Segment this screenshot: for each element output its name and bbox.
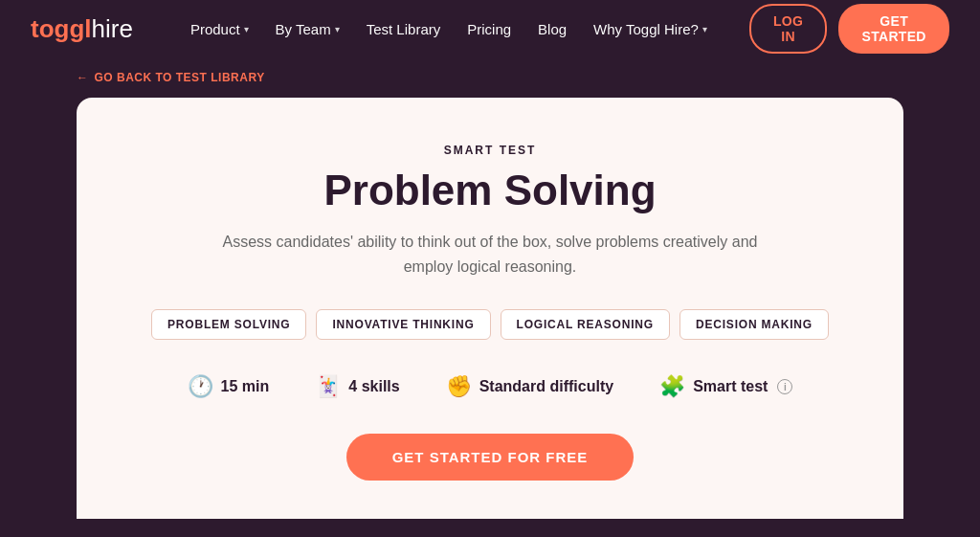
stat-difficulty: ✊ Standard difficulty [446,374,613,399]
chevron-down-icon: ▾ [244,24,249,34]
tag-innovative-thinking: INNOVATIVE THINKING [316,309,490,340]
tag-logical-reasoning: LOGICAL REASONING [501,309,670,340]
nav-actions: LOG IN GET STARTED [749,4,949,54]
nav-item-blog[interactable]: Blog [526,13,578,45]
nav-item-whytoggl[interactable]: Why Toggl Hire? ▾ [582,13,719,45]
info-icon[interactable]: i [777,379,792,394]
clock-icon: 🕐 [188,374,213,399]
chevron-down-icon: ▾ [702,24,707,34]
nav-links: Product ▾ By Team ▾ Test Library Pricing… [179,13,719,45]
nav-item-pricing[interactable]: Pricing [456,13,523,45]
stats-row: 🕐 15 min 🃏 4 skills ✊ Standard difficult… [188,374,793,399]
nav-item-testlibrary[interactable]: Test Library [355,13,453,45]
back-to-test-library-link[interactable]: ← GO BACK TO TEST LIBRARY [77,71,903,84]
page-title: Problem Solving [323,167,656,214]
nav-item-byteam[interactable]: By Team ▾ [264,13,351,45]
get-started-nav-button[interactable]: GET STARTED [838,4,949,54]
logo-sub: hire [92,14,133,44]
tag-problem-solving: PROBLEM SOLVING [151,309,306,340]
navbar: toggl hire Product ▾ By Team ▾ Test Libr… [0,0,980,57]
back-arrow-icon: ← [77,71,89,84]
chevron-down-icon: ▾ [335,24,340,34]
nav-item-product[interactable]: Product ▾ [179,13,260,45]
stat-skills: 🃏 4 skills [315,374,399,399]
login-button[interactable]: LOG IN [749,4,827,54]
logo-brand: toggl [31,14,92,44]
difficulty-icon: ✊ [446,374,472,399]
main-content: SMART TEST Problem Solving Assess candid… [77,98,903,519]
smart-test-label: SMART TEST [444,144,537,157]
page-description: Assess candidates' ability to think out … [203,230,777,279]
skills-icon: 🃏 [315,374,341,399]
stat-duration: 🕐 15 min [188,374,270,399]
logo[interactable]: toggl hire [31,14,133,44]
smart-test-icon: 🧩 [659,374,685,399]
back-link-bar: ← GO BACK TO TEST LIBRARY [0,57,980,98]
tags-row: PROBLEM SOLVING INNOVATIVE THINKING LOGI… [151,309,829,340]
tag-decision-making: DECISION MAKING [679,309,829,340]
stat-type: 🧩 Smart test i [659,374,792,399]
get-started-free-button[interactable]: GET STARTED FOR FREE [346,434,635,481]
